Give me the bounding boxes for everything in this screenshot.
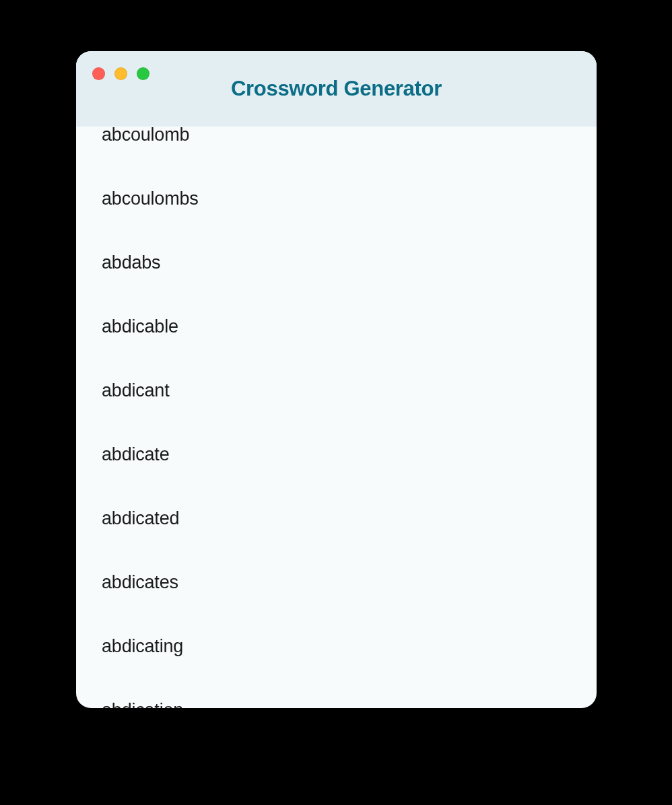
list-item[interactable]: abcoulomb <box>102 127 597 167</box>
list-item[interactable]: abcoulombs <box>102 167 597 231</box>
minimize-icon[interactable] <box>114 67 127 80</box>
close-icon[interactable] <box>92 67 105 80</box>
app-window: Crossword Generator abcoulomb abcoulombs… <box>76 51 597 708</box>
list-item[interactable]: abdicated <box>102 487 597 551</box>
zoom-icon[interactable] <box>137 67 149 80</box>
list-item[interactable]: abdicate <box>102 423 597 487</box>
app-title: Crossword Generator <box>231 77 442 101</box>
list-item[interactable]: abdicant <box>102 359 597 423</box>
list-item[interactable]: abdication <box>102 678 597 708</box>
word-list: abcoulomb abcoulombs abdabs abdicable ab… <box>76 127 597 708</box>
content-area[interactable]: abcoulomb abcoulombs abdabs abdicable ab… <box>76 127 597 708</box>
titlebar: Crossword Generator <box>76 51 597 127</box>
window-controls <box>92 67 149 80</box>
list-item[interactable]: abdabs <box>102 231 597 295</box>
list-item[interactable]: abdicates <box>102 551 597 615</box>
list-item[interactable]: abdicable <box>102 295 597 359</box>
list-item[interactable]: abdicating <box>102 615 597 678</box>
